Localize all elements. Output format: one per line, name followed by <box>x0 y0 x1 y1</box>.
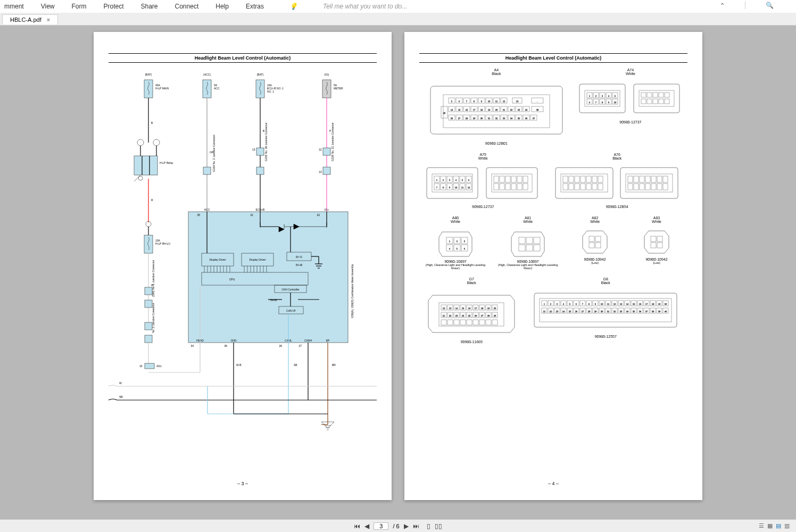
svg-text:15: 15 <box>462 307 465 310</box>
svg-text:8: 8 <box>602 101 603 104</box>
svg-text:13: 13 <box>516 100 519 103</box>
next-page-icon[interactable]: ▶ <box>404 522 409 530</box>
svg-text:6: 6 <box>589 101 591 104</box>
svg-rect-304 <box>586 184 591 190</box>
svg-text:19: 19 <box>658 303 661 305</box>
menu-share[interactable]: Share <box>141 3 158 10</box>
svg-rect-1 <box>144 80 153 98</box>
svg-rect-14 <box>322 80 331 98</box>
menu-extras[interactable]: Extras <box>246 3 264 10</box>
svg-text:4: 4 <box>608 95 610 97</box>
svg-text:30: 30 <box>601 310 603 313</box>
svg-text:8: 8 <box>474 100 475 103</box>
lightbulb-icon: 💡 <box>289 3 297 10</box>
tell-me-input[interactable]: Tell me what you want to do... <box>323 3 407 10</box>
svg-rect-55 <box>145 300 152 307</box>
svg-text:16: 16 <box>639 303 642 305</box>
connector-A80: 1 2 3 4 5 6 <box>437 225 474 259</box>
layout-single-icon[interactable]: ▯ <box>427 522 430 530</box>
svg-rect-385 <box>447 320 453 325</box>
svg-text:22: 22 <box>510 109 513 111</box>
svg-text:10: 10 <box>601 303 603 305</box>
svg-text:5V IC: 5V IC <box>296 255 303 259</box>
svg-rect-300 <box>563 184 568 190</box>
svg-rect-248 <box>665 99 669 104</box>
svg-text:9: 9 <box>449 186 451 189</box>
svg-rect-58 <box>145 335 152 343</box>
svg-text:20: 20 <box>494 307 496 310</box>
svg-text:ACC: ACC <box>204 208 210 211</box>
svg-text:G155 No. 21 Junction Connector: G155 No. 21 Junction Connector <box>331 122 334 161</box>
menu-form[interactable]: Form <box>71 3 86 10</box>
svg-text:3: 3 <box>464 240 466 243</box>
first-page-icon[interactable]: ⏮ <box>354 522 360 530</box>
svg-text:16: 16 <box>466 109 468 111</box>
svg-text:7: 7 <box>466 100 468 103</box>
svg-text:12: 12 <box>443 307 445 310</box>
svg-rect-336 <box>519 245 525 251</box>
svg-text:18: 18 <box>480 109 483 111</box>
view-list-icon[interactable]: ☰ <box>759 522 764 529</box>
svg-text:29: 29 <box>473 117 476 120</box>
menu-protect[interactable]: Protect <box>103 3 123 10</box>
svg-text:5: 5 <box>569 303 571 305</box>
menu-comment[interactable]: mment <box>4 3 24 10</box>
svg-rect-315 <box>634 184 639 190</box>
connector-A75: 1 7 8 9 10 11 12 23456 <box>425 161 542 204</box>
page-4: Headlight Beam Level Control (Automatic)… <box>404 32 702 500</box>
svg-text:14: 14 <box>455 307 458 310</box>
svg-rect-333 <box>519 237 525 244</box>
svg-text:5V+B: 5V+B <box>270 298 277 302</box>
last-page-icon[interactable]: ⏭ <box>413 522 419 530</box>
svg-text:25: 25 <box>569 310 571 313</box>
svg-text:4: 4 <box>449 247 451 250</box>
svg-point-44 <box>138 176 143 180</box>
svg-rect-28 <box>256 167 264 174</box>
search-icon[interactable]: 🔍 <box>766 2 774 9</box>
connector-chart: A4 Black 5 6 7 8 <box>419 68 687 472</box>
svg-text:B: B <box>151 121 153 124</box>
svg-rect-339 <box>589 236 594 242</box>
svg-rect-32 <box>323 167 330 174</box>
menu-connect[interactable]: Connect <box>175 3 199 10</box>
view-grid-icon[interactable]: ▦ <box>767 522 773 529</box>
svg-text:19: 19 <box>487 307 490 310</box>
svg-text:9: 9 <box>481 100 483 103</box>
minimize-ribbon-icon[interactable]: ⌃ <box>720 2 725 9</box>
svg-text:5: 5 <box>457 247 458 250</box>
svg-text:27: 27 <box>582 310 584 313</box>
connector-A4: 5 6 7 8 9 10 11 12 13 - <box>427 77 566 140</box>
svg-text:35: 35 <box>197 213 200 217</box>
close-icon[interactable]: × <box>47 16 50 23</box>
svg-text:17: 17 <box>645 303 648 305</box>
svg-text:CAN Controller: CAN Controller <box>281 288 300 291</box>
svg-text:36: 36 <box>639 310 642 313</box>
svg-rect-319 <box>657 184 662 190</box>
view-facing-cont-icon[interactable]: ▥ <box>784 522 790 529</box>
layout-facing-icon[interactable]: ▯▯ <box>435 522 442 530</box>
page-input[interactable] <box>374 522 388 530</box>
svg-text:3: 3 <box>557 303 558 305</box>
svg-rect-313 <box>663 176 668 182</box>
svg-text:GND: GND <box>230 339 237 342</box>
page-total: / 6 <box>393 523 399 529</box>
svg-rect-238 <box>639 90 674 106</box>
svg-text:ECU+B: ECU+B <box>256 208 265 211</box>
svg-text:5: 5 <box>451 100 453 103</box>
svg-text:38: 38 <box>536 109 539 111</box>
svg-text:19: 19 <box>488 109 491 111</box>
menu-view[interactable]: View <box>41 3 55 10</box>
prev-page-icon[interactable]: ◀ <box>364 522 369 530</box>
document-viewer[interactable]: Headlight Beam Level Control (Automatic)… <box>0 26 796 515</box>
svg-rect-346 <box>657 243 662 248</box>
svg-rect-5 <box>203 80 211 98</box>
view-continuous-icon[interactable]: ▤ <box>776 522 781 529</box>
page-3-number: – 3 – <box>237 481 248 486</box>
svg-text:27: 27 <box>481 314 484 317</box>
svg-rect-279 <box>505 176 510 182</box>
tab-document[interactable]: HBLC-A.pdf × <box>2 14 58 24</box>
menu-help[interactable]: Help <box>215 3 229 10</box>
svg-text:33: 33 <box>503 117 505 120</box>
connector-A83 <box>642 225 671 256</box>
svg-rect-244 <box>641 99 646 104</box>
